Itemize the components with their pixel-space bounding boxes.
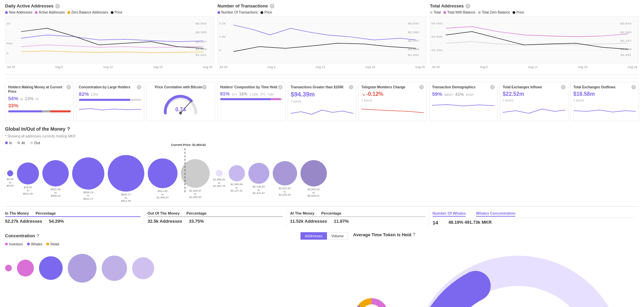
bubble-out-4 bbox=[300, 160, 327, 187]
num-transactions-panel: Number of Transactions ? Number Of Trans… bbox=[217, 3, 427, 69]
bubble-1 bbox=[17, 162, 39, 184]
svg-text:0: 0 bbox=[219, 49, 221, 51]
iotm-stat-at-values: 11.52k Addresses 11.97% bbox=[290, 219, 425, 224]
daily-active-x-labels: Jul 29 Aug 5 Aug 12 Aug 19 Aug 26 bbox=[5, 65, 214, 69]
bubble-out-0 bbox=[216, 170, 223, 177]
metric-holders-money: Holders Making Money at Current Price ? … bbox=[5, 82, 74, 121]
conc-legend-whales: Whales bbox=[27, 242, 42, 246]
legend-new-addresses: New Addresses bbox=[5, 10, 32, 14]
iotm-in-pct-label: Percentage bbox=[36, 211, 56, 215]
iotm-legend: In At Out bbox=[5, 141, 639, 145]
top-charts-row: Daily Active Addresses ? New Addresses A… bbox=[5, 3, 639, 69]
metric-help-6[interactable]: ? bbox=[419, 85, 424, 89]
metric-help-2[interactable]: ? bbox=[137, 85, 141, 89]
whales-conc-value: 48.19% 491.73k MKR bbox=[448, 220, 492, 225]
donut-chart bbox=[353, 296, 390, 307]
conc-help-icon[interactable]: ? bbox=[37, 234, 39, 238]
iotm-legend-at: At bbox=[17, 141, 25, 145]
daily-active-title: Daily Active Addresses ? bbox=[5, 3, 214, 8]
iotm-out-pct-label: Percentage bbox=[186, 211, 206, 215]
metric-outflows-title: Total Exchanges Outflows ? bbox=[574, 85, 636, 89]
iotm-out-value: 32.5k Addresses bbox=[148, 219, 182, 224]
bar-at bbox=[42, 110, 50, 112]
telegram-svg bbox=[361, 104, 424, 116]
iotm-at-pct-value: 11.97% bbox=[334, 219, 349, 224]
bubble-out-1 bbox=[229, 165, 245, 181]
legend-price-2: Price bbox=[261, 10, 272, 14]
bubble-label-out-1: $1,963.06to$2,137.91 bbox=[231, 183, 243, 193]
metric-price-correlation: Price Correlation with Bitcoin ? 0.74 bbox=[146, 82, 215, 121]
num-txs-x-labels: Jul 29 Aug 5 Aug 12 Aug 19 Aug 26 bbox=[217, 65, 427, 69]
bar-12m bbox=[271, 98, 281, 100]
metric-help-7[interactable]: ? bbox=[490, 85, 495, 89]
iotm-section-title: Global In/Out of the Money ? bbox=[5, 126, 639, 132]
bubble-col-out-3: $2,421.87to$2,933.25 bbox=[273, 161, 297, 197]
bubble-col-2: $522.30to$556.19 bbox=[42, 160, 69, 198]
conc-large-values: 82% 13% bbox=[79, 91, 142, 97]
bar-1y bbox=[220, 98, 271, 100]
metric-help-9[interactable]: ? bbox=[631, 85, 636, 89]
metric-concentration-large: Concentration by Large Holders ? 82% 13% bbox=[76, 82, 145, 121]
metric-help-1[interactable]: ? bbox=[66, 85, 71, 89]
metric-conc-large-title: Concentration by Large Holders ? bbox=[79, 85, 142, 89]
metric-price-corr-title: Price Correlation with Bitcoin ? bbox=[149, 85, 212, 89]
outflows-sub: 7 DAYS bbox=[574, 99, 636, 102]
holders-out-pct: 33% bbox=[8, 103, 71, 108]
conc-tab-addresses[interactable]: Addresses bbox=[300, 232, 327, 240]
iotm-out-label: Out Of The Money bbox=[148, 211, 180, 215]
svg-text:0: 0 bbox=[6, 52, 8, 55]
hc-label2: 1-12M bbox=[249, 93, 258, 96]
conc-large-bar bbox=[79, 99, 142, 101]
conc-bubble-whales-lg bbox=[39, 256, 63, 280]
conc-legend-retail: Retail bbox=[46, 242, 59, 246]
legend-dot-zero bbox=[67, 11, 70, 14]
inflows-value: $22.52m bbox=[503, 91, 565, 97]
metric-help-5[interactable]: ? bbox=[349, 85, 353, 89]
svg-text:$1,841: $1,841 bbox=[620, 54, 631, 57]
avg-time-help-icon[interactable]: ? bbox=[413, 232, 415, 237]
metric-telegram-title: Telegram Members Change ? bbox=[361, 85, 424, 89]
bubble-0 bbox=[7, 170, 13, 176]
inflows-sub: 7 DAYS bbox=[503, 99, 565, 102]
iotm-out-pct-value: 33.75% bbox=[189, 219, 204, 224]
iotm-stat-in-values: 52.27k Addresses 54.29% bbox=[5, 219, 141, 224]
holders-comp-values: 81% 1Y+ 16% 1-12M 3% <1M bbox=[220, 91, 283, 96]
svg-text:$1,841: $1,841 bbox=[195, 54, 207, 57]
iotm-at-pct-label: Percentage bbox=[321, 211, 341, 215]
bubble-col-0: $0.00to$0.00 bbox=[7, 170, 14, 188]
daily-active-help-icon[interactable]: ? bbox=[55, 4, 60, 8]
tx-demo-svg bbox=[432, 98, 495, 110]
metric-help-8[interactable]: ? bbox=[561, 85, 565, 89]
iotm-legend-out: Out bbox=[30, 141, 40, 145]
metric-help-4[interactable]: ? bbox=[278, 85, 283, 89]
conc-tab-volume[interactable]: Volume bbox=[327, 232, 348, 240]
bubble-col-1: $16.67to$522.30 bbox=[17, 162, 39, 196]
total-addresses-legend: Total Total With Balance Total Zero Bala… bbox=[430, 10, 639, 14]
conc-bubbles bbox=[5, 249, 348, 288]
outflows-value: $18.58m bbox=[574, 91, 636, 97]
legend-price-3: Price bbox=[513, 10, 524, 14]
iotm-help-icon[interactable]: ? bbox=[67, 126, 70, 132]
metric-holders-comp-title: Holders' Composition by Time Held ? bbox=[220, 85, 283, 89]
metric-inflows: Total Exchanges Inflows ? $22.52m 7 DAYS bbox=[500, 82, 568, 121]
tx-demo-values: 59% WEST 41% EAST bbox=[432, 91, 495, 97]
bubble-2 bbox=[42, 160, 69, 187]
conc-legend: Investors Whales Retail bbox=[5, 242, 348, 246]
legend-dot-active bbox=[35, 11, 38, 14]
holders-money-values: 54% IN 13% AT bbox=[8, 95, 71, 101]
svg-text:$2,585: $2,585 bbox=[620, 31, 631, 34]
holders-comp-bar bbox=[220, 98, 283, 100]
metric-help-3[interactable]: ? bbox=[202, 85, 207, 89]
num-whales-value: 14 bbox=[433, 220, 438, 225]
conc-dot-whales bbox=[27, 243, 30, 245]
bubble-col-3: $556.19to$642.17 bbox=[72, 157, 104, 201]
num-whales-label: Number Of Whales bbox=[433, 211, 466, 217]
legend-zero-balance: Zero Balance Addresses bbox=[67, 10, 108, 14]
bubble-col-out-4: $2,933.25to$5,645.01 bbox=[300, 160, 327, 198]
iotm-in-label: In The Money bbox=[5, 211, 29, 215]
bar-large-rest bbox=[130, 99, 141, 101]
total-addresses-help-icon[interactable]: ? bbox=[465, 4, 470, 8]
num-transactions-help-icon[interactable]: ? bbox=[270, 4, 274, 8]
avg-time-title: Average Time Token is Held bbox=[353, 232, 411, 237]
bubble-col-4: $642.17to$911.45 bbox=[108, 155, 144, 203]
